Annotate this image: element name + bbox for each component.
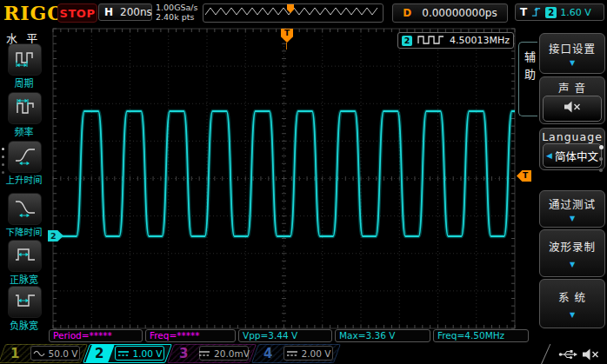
menu-scroll-dot	[2, 171, 4, 174]
channel-number: 2	[95, 346, 103, 361]
channel-number: 3	[179, 346, 188, 361]
ac-coupling-icon	[33, 348, 45, 359]
measure-label-rise-time: 上升时间	[0, 173, 48, 186]
counter-value: 4.50013MHz	[450, 35, 510, 46]
menu-scroll-dot	[2, 148, 4, 150]
dc-coupling-icon	[117, 348, 130, 359]
measure-label-fall-time: 下降时间	[0, 225, 48, 238]
menu-item-interface-settings[interactable]: 接口设置▼	[539, 33, 605, 74]
measure-button-frequency[interactable]	[8, 92, 42, 124]
measure-label-negative-pulse-width: 负脉宽	[0, 318, 48, 332]
speaker-muted-icon	[563, 100, 582, 117]
rise-time-icon	[14, 146, 37, 169]
menu-item-sound[interactable]: 声 音	[539, 76, 605, 124]
channel-1-status[interactable]: 150.0 V	[2, 344, 84, 363]
speaker-muted-icon	[581, 347, 600, 364]
period-icon	[14, 49, 37, 71]
pos-width-icon	[14, 245, 37, 268]
language-select[interactable]: ◀简体中文	[543, 143, 602, 168]
channel-4-status[interactable]: 42.00 V	[255, 344, 337, 363]
menu-item-pass-test[interactable]: 通过测试▼	[539, 190, 605, 228]
waveform-display	[0, 0, 607, 364]
measure-label-positive-pulse-width: 正脉宽	[0, 272, 48, 286]
measurement-freq[interactable]: Freq=*****	[145, 329, 236, 342]
chevron-down-icon: ▼	[570, 60, 575, 67]
chevron-down-icon: ▼	[570, 261, 575, 268]
measurement-max[interactable]: Max=3.36 V	[335, 329, 430, 342]
frequency-icon	[14, 97, 37, 120]
frequency-counter: 2 4.50013MHz	[397, 32, 514, 49]
scale-value: 50.0 V	[49, 348, 78, 359]
trigger-position-stem	[286, 43, 287, 50]
square-wave-icon	[417, 32, 445, 49]
menu-item-system[interactable]: 系 统▼	[539, 279, 605, 328]
menu-item-label: 声 音	[558, 79, 586, 96]
measure-button-period[interactable]	[8, 43, 42, 76]
channel-3-status[interactable]: 320.0mV	[170, 344, 253, 363]
oscilloscope-screen: RIGOL STOP H 200ns 1.00GSa/s 2.40k pts D…	[0, 0, 607, 364]
scale-value: 1.00 V	[133, 348, 163, 359]
menu-item-language[interactable]: Language◀简体中文	[539, 128, 605, 170]
channel-scale: 2.00 V	[283, 346, 333, 361]
channel-scale: 1.00 V	[115, 346, 164, 361]
measurement-period[interactable]: Period=*****	[49, 329, 143, 342]
measure-button-fall-time[interactable]	[8, 193, 42, 225]
chevron-down-icon: ▼	[570, 312, 575, 319]
neg-width-icon	[14, 291, 37, 314]
utility-tab[interactable]: 辅助	[518, 42, 537, 116]
channel-2-status[interactable]: 21.00 V	[86, 344, 169, 363]
scale-value: 2.00 V	[302, 348, 331, 359]
menu-scroll-dot	[599, 169, 603, 172]
measurement-freq2[interactable]: Freq=4.50MHz	[433, 329, 529, 342]
fall-time-icon	[14, 198, 37, 221]
language-value: 简体中文	[555, 148, 598, 164]
menu-scroll-dot	[2, 163, 4, 166]
menu-item-label: 波形录制	[549, 238, 596, 255]
measure-button-rise-time[interactable]	[8, 141, 42, 173]
channel-number: 1	[10, 346, 19, 361]
menu-scroll-dot	[599, 157, 603, 161]
dc-coupling-icon	[286, 348, 298, 359]
menu-scroll-dot	[2, 156, 4, 158]
menu-item-label: Language	[542, 130, 603, 143]
scale-value: 20.0mV	[214, 348, 250, 359]
counter-source-badge: 2	[402, 36, 412, 46]
chevron-left-icon: ◀	[546, 151, 552, 160]
menu-item-label: 接口设置	[549, 40, 596, 56]
menu-item-label: 系 统	[558, 288, 586, 305]
measure-button-positive-pulse-width[interactable]	[8, 240, 42, 272]
measure-label-frequency: 频率	[0, 124, 48, 138]
chevron-down-icon: ▼	[570, 215, 575, 222]
measure-label-period: 周期	[0, 76, 48, 89]
measure-button-negative-pulse-width[interactable]	[8, 286, 42, 318]
usb-icon	[558, 347, 579, 364]
menu-item-label: 通过测试	[549, 195, 596, 212]
menu-scroll-dot	[599, 145, 604, 149]
measurement-vpp[interactable]: Vpp=3.44 V	[238, 329, 332, 342]
channel-scale: 50.0 V	[30, 346, 80, 361]
sound-toggle-button[interactable]	[543, 96, 602, 122]
dc-coupling-icon	[198, 348, 210, 359]
channel-scale: 20.0mV	[199, 346, 249, 361]
channel-number: 4	[263, 346, 272, 361]
menu-item-waveform-record[interactable]: 波形录制▼	[539, 229, 605, 277]
